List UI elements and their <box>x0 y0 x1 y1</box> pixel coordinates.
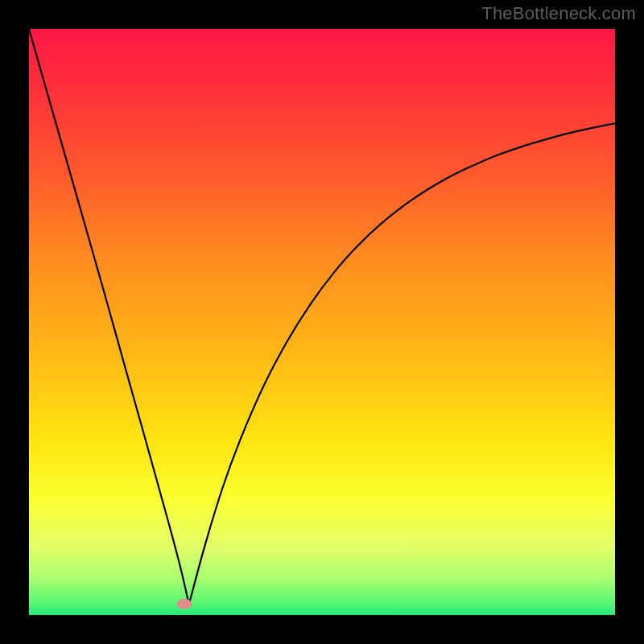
attribution-label: TheBottleneck.com <box>481 3 636 24</box>
minimum-marker <box>177 599 192 609</box>
chart-svg <box>29 29 615 615</box>
chart-frame: TheBottleneck.com <box>0 0 644 644</box>
gradient-background <box>29 29 615 615</box>
plot-area <box>29 29 615 615</box>
